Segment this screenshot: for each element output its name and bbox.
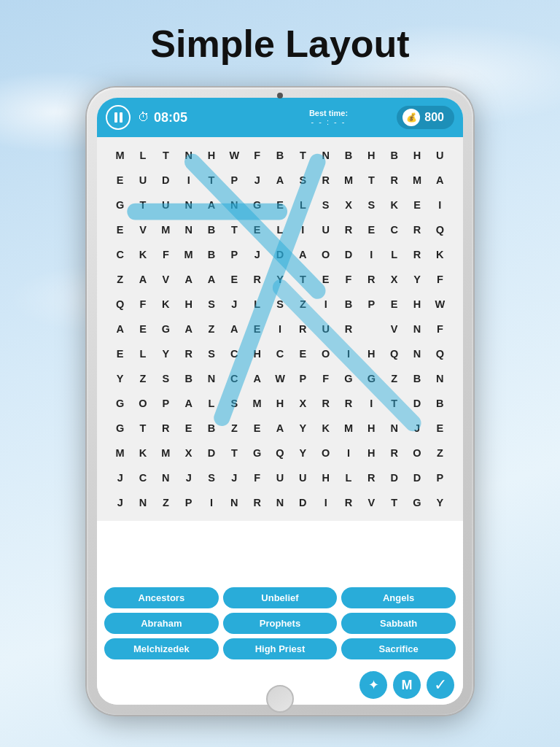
grid-cell[interactable]: N — [177, 193, 200, 217]
grid-cell[interactable]: R — [337, 490, 359, 515]
grid-cell[interactable]: E — [177, 416, 200, 441]
grid-cell[interactable]: I — [337, 341, 359, 366]
pause-button[interactable] — [106, 105, 131, 130]
grid-cell[interactable]: V — [131, 217, 154, 242]
grid-cell[interactable]: Q — [109, 292, 131, 317]
grid-cell[interactable]: Z — [155, 490, 177, 515]
grid-cell[interactable]: A — [292, 242, 314, 267]
grid-cell[interactable]: T — [155, 143, 177, 168]
grid-cell[interactable]: R — [383, 441, 405, 465]
grid-cell[interactable]: I — [200, 490, 222, 515]
grid-cell[interactable]: O — [405, 441, 428, 465]
grid-cell[interactable]: R — [292, 317, 314, 341]
grid-cell[interactable]: H — [360, 441, 383, 465]
grid-cell[interactable]: M — [337, 168, 359, 193]
grid-cell[interactable]: N — [405, 341, 428, 366]
grid-cell[interactable] — [360, 317, 383, 341]
grid-cell[interactable]: Z — [109, 267, 131, 292]
grid-cell[interactable]: E — [383, 292, 405, 317]
grid-cell[interactable]: N — [177, 143, 200, 168]
grid-cell[interactable]: K — [429, 242, 451, 267]
grid-cell[interactable]: W — [429, 292, 451, 317]
grid-cell[interactable]: B — [200, 242, 222, 267]
grid-cell[interactable]: A — [268, 416, 291, 441]
grid-cell[interactable]: R — [405, 217, 428, 242]
grid-cell[interactable]: Q — [429, 217, 451, 242]
grid-cell[interactable]: L — [200, 391, 222, 416]
grid-cell[interactable]: M — [109, 143, 131, 168]
grid-cell[interactable]: F — [246, 143, 268, 168]
grid-cell[interactable]: R — [405, 242, 428, 267]
grid-cell[interactable]: M — [155, 441, 177, 465]
check-button[interactable]: ✓ — [427, 671, 454, 699]
grid-cell[interactable]: N — [177, 217, 200, 242]
grid-cell[interactable]: M — [155, 217, 177, 242]
grid-cell[interactable]: T — [131, 193, 154, 217]
grid-cell[interactable]: H — [177, 292, 200, 317]
grid-cell[interactable]: R — [155, 416, 177, 441]
grid-cell[interactable]: C — [131, 465, 154, 490]
grid-cell[interactable]: G — [360, 366, 383, 391]
grid-cell[interactable]: N — [155, 465, 177, 490]
grid-cell[interactable]: N — [429, 366, 451, 391]
grid-cell[interactable]: X — [177, 441, 200, 465]
grid-cell[interactable]: B — [337, 292, 359, 317]
grid-cell[interactable]: E — [246, 317, 268, 341]
grid-cell[interactable]: P — [292, 366, 314, 391]
grid-cell[interactable]: P — [223, 168, 246, 193]
grid-cell[interactable]: J — [223, 292, 246, 317]
grid-cell[interactable]: X — [292, 391, 314, 416]
word-chip[interactable]: Sacrifice — [341, 638, 456, 659]
grid-cell[interactable]: U — [268, 465, 291, 490]
grid-cell[interactable]: P — [223, 242, 246, 267]
grid-cell[interactable]: H — [360, 341, 383, 366]
grid-cell[interactable]: J — [246, 242, 268, 267]
grid-cell[interactable]: M — [177, 242, 200, 267]
grid-cell[interactable]: K — [314, 416, 337, 441]
grid-cell[interactable]: D — [155, 168, 177, 193]
grid-cell[interactable]: E — [429, 416, 451, 441]
grid-cell[interactable]: G — [109, 416, 131, 441]
grid-cell[interactable]: A — [223, 317, 246, 341]
grid-cell[interactable]: Y — [109, 366, 131, 391]
grid-cell[interactable]: E — [268, 193, 291, 217]
grid-cell[interactable]: T — [223, 441, 246, 465]
grid-cell[interactable]: Y — [268, 267, 291, 292]
grid-cell[interactable]: Z — [383, 366, 405, 391]
grid-cell[interactable]: E — [223, 267, 246, 292]
grid-cell[interactable]: V — [383, 317, 405, 341]
grid-cell[interactable]: U — [429, 143, 451, 168]
grid-cell[interactable]: O — [131, 391, 154, 416]
grid-cell[interactable]: G — [405, 490, 428, 515]
grid-cell[interactable]: J — [246, 168, 268, 193]
grid-cell[interactable]: H — [405, 143, 428, 168]
grid-cell[interactable]: Q — [429, 341, 451, 366]
grid-cell[interactable]: I — [268, 317, 291, 341]
grid-cell[interactable]: L — [337, 465, 359, 490]
grid-cell[interactable]: G — [155, 317, 177, 341]
grid-cell[interactable]: T — [360, 168, 383, 193]
grid-cell[interactable]: B — [177, 366, 200, 391]
grid-cell[interactable]: C — [109, 242, 131, 267]
grid-cell[interactable]: T — [223, 217, 246, 242]
grid-cell[interactable]: R — [383, 168, 405, 193]
grid-cell[interactable]: D — [405, 465, 428, 490]
grid-cell[interactable]: T — [292, 143, 314, 168]
grid-cell[interactable]: E — [109, 217, 131, 242]
grid-cell[interactable]: S — [200, 292, 222, 317]
grid-cell[interactable]: R — [360, 465, 383, 490]
grid-cell[interactable]: M — [405, 168, 428, 193]
grid-cell[interactable]: S — [200, 465, 222, 490]
grid-cell[interactable]: K — [383, 193, 405, 217]
word-chip[interactable]: Unbelief — [223, 587, 338, 608]
grid-cell[interactable]: U — [155, 193, 177, 217]
grid-cell[interactable]: S — [292, 168, 314, 193]
grid-cell[interactable]: E — [246, 217, 268, 242]
word-chip[interactable]: High Priest — [223, 638, 338, 659]
grid-cell[interactable]: I — [177, 168, 200, 193]
grid-cell[interactable]: D — [337, 242, 359, 267]
grid-cell[interactable]: I — [360, 242, 383, 267]
grid-cell[interactable]: O — [314, 242, 337, 267]
grid-cell[interactable]: V — [155, 267, 177, 292]
grid-cell[interactable]: B — [268, 143, 291, 168]
